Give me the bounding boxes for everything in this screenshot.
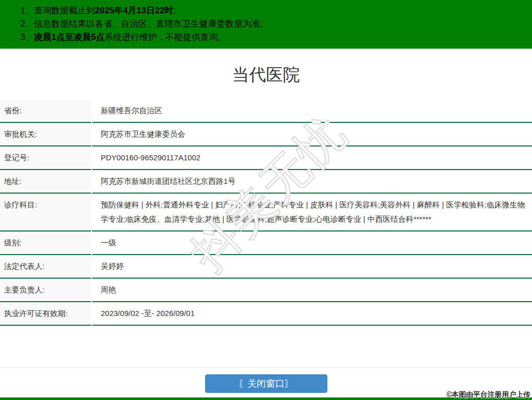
row-value: 阿克苏市新城街道团结社区北京西路1号 bbox=[92, 170, 532, 194]
row-label: 登记号: bbox=[0, 146, 91, 170]
notice-line-1-pre: 1、查询数据截止到 bbox=[20, 6, 95, 15]
notice-line-3: 3、凌晨1点至凌晨5点系统进行维护，不能提供查询。 bbox=[20, 31, 527, 44]
notice-line-2: 2、信息数据结果以各省、自治区、直辖市卫生健康委数据为准; bbox=[20, 17, 527, 31]
row-value: 周艳 bbox=[92, 279, 532, 302]
row-value: 预防保健科 | 外科;普通外科专业 | 妇产科;妇科专业;产科专业 | 皮肤科 … bbox=[92, 194, 532, 231]
row-value: 阿克苏市卫生健康委员会 bbox=[92, 123, 532, 146]
table-row-registration-number: 登记号: PDY00160-965290117A1002 bbox=[0, 146, 532, 170]
notice-line-1-bold: 2025年4月13日22时 bbox=[95, 6, 173, 15]
notice-line-3-post: 系统进行维护，不能提供查询。 bbox=[104, 32, 226, 42]
row-label: 地址: bbox=[0, 170, 91, 194]
notice-line-1-post: ; bbox=[173, 6, 176, 15]
table-row-address: 地址: 阿克苏市新城街道团结社区北京西路1号 bbox=[0, 170, 532, 194]
page-title: 当代医院 bbox=[0, 49, 532, 99]
table-row-level: 级别: 一级 bbox=[0, 231, 532, 255]
notice-banner: 1、查询数据截止到2025年4月13日22时; 2、信息数据结果以各省、自治区、… bbox=[0, 0, 532, 49]
notice-line-3-pre: 3、 bbox=[20, 32, 34, 42]
table-row-person-in-charge: 主要负责人: 周艳 bbox=[0, 279, 532, 302]
row-label: 省份: bbox=[0, 99, 91, 123]
notice-line-3-bold: 凌晨1点至凌晨5点 bbox=[34, 32, 104, 42]
footer: 〖关闭窗口〗 bbox=[0, 367, 532, 400]
notice-line-2-pre: 2、信息数据结果以各省、自治区、直辖市卫生健康委数据为准; bbox=[20, 19, 262, 29]
row-label: 法定代表人: bbox=[0, 255, 91, 279]
row-value: 吴婷婷 bbox=[92, 255, 532, 279]
row-label: 主要负责人: bbox=[0, 279, 91, 302]
close-window-button[interactable]: 〖关闭窗口〗 bbox=[205, 374, 327, 393]
table-row-approval-authority: 审批机关: 阿克苏市卫生健康委员会 bbox=[0, 123, 532, 146]
row-label: 执业许可证有效期: bbox=[0, 302, 91, 326]
table-row-province: 省份: 新疆维吾尔自治区 bbox=[0, 99, 532, 123]
table-row-departments: 诊疗科目: 预防保健科 | 外科;普通外科专业 | 妇产科;妇科专业;产科专业 … bbox=[0, 194, 532, 231]
row-value: PDY00160-965290117A1002 bbox=[92, 146, 532, 170]
bottom-green-strip bbox=[0, 397, 532, 400]
row-label: 审批机关: bbox=[0, 123, 91, 146]
row-label: 诊疗科目: bbox=[0, 194, 91, 231]
table-row-legal-representative: 法定代表人: 吴婷婷 bbox=[0, 255, 532, 279]
notice-line-1: 1、查询数据截止到2025年4月13日22时; bbox=[20, 4, 527, 17]
row-value: 新疆维吾尔自治区 bbox=[92, 99, 532, 123]
table-row-license-validity: 执业许可证有效期: 2023/09/02 -至- 2026/09/01 bbox=[0, 302, 532, 326]
row-value: 2023/09/02 -至- 2026/09/01 bbox=[92, 302, 532, 326]
page: 1、查询数据截止到2025年4月13日22时; 2、信息数据结果以各省、自治区、… bbox=[0, 0, 532, 400]
row-label: 级别: bbox=[0, 231, 91, 255]
info-table: 省份: 新疆维吾尔自治区 审批机关: 阿克苏市卫生健康委员会 登记号: PDY0… bbox=[0, 99, 532, 326]
row-value: 一级 bbox=[92, 231, 532, 255]
